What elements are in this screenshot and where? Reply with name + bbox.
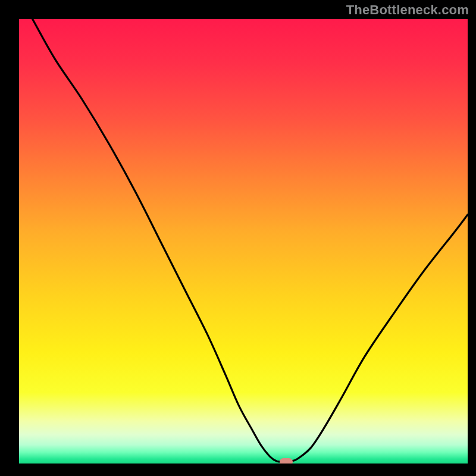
plot-area [19, 19, 468, 464]
optimal-marker [280, 458, 293, 464]
watermark-text: TheBottleneck.com [346, 2, 469, 18]
chart-frame: TheBottleneck.com [0, 0, 476, 476]
bottleneck-curve [19, 19, 468, 464]
